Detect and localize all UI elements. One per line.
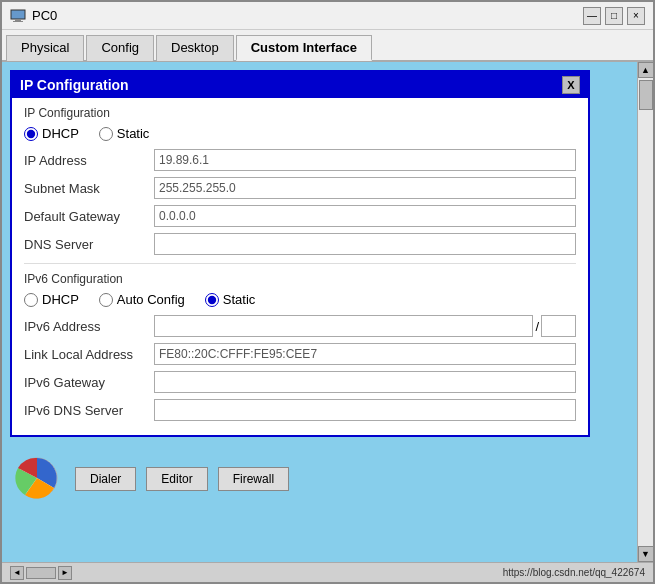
static-label: Static (117, 126, 150, 141)
tab-bar: Physical Config Desktop Custom Interface (2, 30, 653, 62)
maximize-button[interactable]: □ (605, 7, 623, 25)
close-button[interactable]: × (627, 7, 645, 25)
scroll-track[interactable] (638, 78, 653, 546)
ipv6-slash: / (533, 319, 541, 334)
ip-address-row: IP Address (24, 149, 576, 171)
default-gateway-input[interactable] (154, 205, 576, 227)
scroll-down-button[interactable]: ▼ (638, 546, 654, 562)
firewall-button[interactable]: Firewall (218, 467, 289, 491)
svg-rect-1 (15, 19, 21, 21)
ip-config-close-button[interactable]: X (562, 76, 580, 94)
ip-config-panel: IP Configuration X IP Configuration DHCP (10, 70, 590, 437)
tab-desktop[interactable]: Desktop (156, 35, 234, 61)
title-bar: PC0 — □ × (2, 2, 653, 30)
auto-config-label: Auto Config (117, 292, 185, 307)
default-gateway-row: Default Gateway (24, 205, 576, 227)
scroll-thumb[interactable] (639, 80, 653, 110)
tab-config[interactable]: Config (86, 35, 154, 61)
dns-server-row: DNS Server (24, 233, 576, 255)
main-window: PC0 — □ × Physical Config Desktop Custom… (0, 0, 655, 584)
editor-button[interactable]: Editor (146, 467, 207, 491)
ipv6-address-label: IPv6 Address (24, 319, 154, 334)
ipv6-dns-label: IPv6 DNS Server (24, 403, 154, 418)
static6-radio-item[interactable]: Static (205, 292, 256, 307)
subnet-mask-row: Subnet Mask (24, 177, 576, 199)
svg-rect-0 (11, 10, 25, 19)
ipv4-section-label: IP Configuration (24, 106, 576, 120)
dhcp-radio-item[interactable]: DHCP (24, 126, 79, 141)
content-area: IP Configuration X IP Configuration DHCP (2, 62, 637, 562)
link-local-label: Link Local Address (24, 347, 154, 362)
ipv6-address-row: IPv6 Address / (24, 315, 576, 337)
ipv4-radio-group: DHCP Static (24, 126, 576, 141)
main-content: IP Configuration X IP Configuration DHCP (2, 62, 653, 562)
ip-address-label: IP Address (24, 153, 154, 168)
dhcp6-label: DHCP (42, 292, 79, 307)
ipv6-gateway-label: IPv6 Gateway (24, 375, 154, 390)
page-numbers: 22674 (617, 567, 645, 578)
ipv6-gateway-input[interactable] (154, 371, 576, 393)
section-divider (24, 263, 576, 264)
static6-radio[interactable] (205, 293, 219, 307)
dhcp6-radio-item[interactable]: DHCP (24, 292, 79, 307)
static6-label: Static (223, 292, 256, 307)
ipv6-radio-group: DHCP Auto Config Static (24, 292, 576, 307)
auto-config-radio-item[interactable]: Auto Config (99, 292, 185, 307)
subnet-mask-label: Subnet Mask (24, 181, 154, 196)
ipv6-section-label: IPv6 Configuration (24, 272, 576, 286)
computer-icon (10, 8, 26, 24)
ipv6-prefix-input[interactable] (541, 315, 576, 337)
dns-server-input[interactable] (154, 233, 576, 255)
url-text: https://blog.csdn.net/qq_4 (503, 567, 618, 578)
ip-address-input[interactable] (154, 149, 576, 171)
static-radio-item[interactable]: Static (99, 126, 150, 141)
ipv6-dns-input[interactable] (154, 399, 576, 421)
window-title: PC0 (32, 8, 57, 23)
svg-rect-2 (13, 21, 23, 22)
auto-config-radio[interactable] (99, 293, 113, 307)
scroll-up-button[interactable]: ▲ (638, 62, 654, 78)
subnet-mask-input[interactable] (154, 177, 576, 199)
footer-bar: ◄ ► https://blog.csdn.net/qq_422674 (2, 562, 653, 582)
static-radio[interactable] (99, 127, 113, 141)
ip-config-header: IP Configuration X (12, 72, 588, 98)
link-local-input[interactable] (154, 343, 576, 365)
dialer-button[interactable]: Dialer (75, 467, 136, 491)
scroll-right-button[interactable]: ► (58, 566, 72, 580)
title-controls: — □ × (583, 7, 645, 25)
scroll-left-button[interactable]: ◄ (10, 566, 24, 580)
ipv6-address-input[interactable] (154, 315, 533, 337)
horizontal-scrollbar[interactable]: ◄ ► (10, 566, 72, 580)
dhcp-radio[interactable] (24, 127, 38, 141)
ip-config-body: IP Configuration DHCP Static IP Address (12, 98, 588, 435)
dns-server-label: DNS Server (24, 237, 154, 252)
default-gateway-label: Default Gateway (24, 209, 154, 224)
link-local-row: Link Local Address (24, 343, 576, 365)
ipv6-gateway-row: IPv6 Gateway (24, 371, 576, 393)
minimize-button[interactable]: — (583, 7, 601, 25)
h-scroll-thumb[interactable] (26, 567, 56, 579)
title-bar-left: PC0 (10, 8, 57, 24)
ipv6-dns-row: IPv6 DNS Server (24, 399, 576, 421)
ip-config-title: IP Configuration (20, 77, 129, 93)
tab-physical[interactable]: Physical (6, 35, 84, 61)
vertical-scrollbar[interactable]: ▲ ▼ (637, 62, 653, 562)
pie-chart-icon (10, 451, 65, 506)
dhcp-label: DHCP (42, 126, 79, 141)
tab-custom-interface[interactable]: Custom Interface (236, 35, 372, 61)
dhcp6-radio[interactable] (24, 293, 38, 307)
status-url: https://blog.csdn.net/qq_422674 (503, 567, 645, 578)
